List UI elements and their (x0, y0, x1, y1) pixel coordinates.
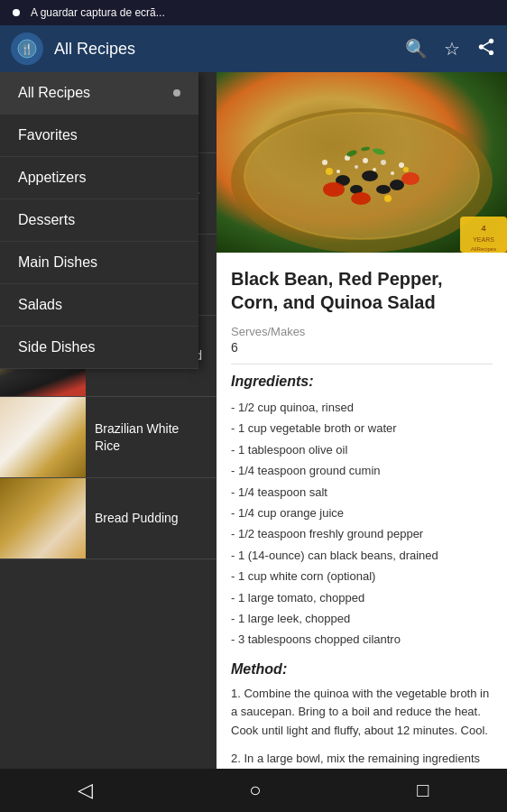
nav-title: All Recipes (54, 40, 394, 59)
method-step-2: 2. In a large bowl, mix the remaining in… (231, 750, 493, 769)
svg-point-11 (381, 160, 386, 165)
menu-item-favorites[interactable]: Favorites (0, 115, 198, 157)
divider (231, 364, 493, 364)
svg-point-5 (322, 160, 327, 165)
ingredients-title: Ingredients: (231, 374, 493, 390)
svg-point-19 (323, 182, 345, 197)
ingredient-line: - 1/2 cup quinoa, rinsed (231, 397, 493, 418)
method-step-1: 1. Combine the quinoa with the vegetable… (231, 685, 493, 741)
list-item[interactable]: Bread Pudding (0, 478, 217, 559)
recipe-hero-image: 4 YEARS AllRecipes (217, 72, 507, 253)
recent-apps-button[interactable]: □ (399, 771, 447, 809)
svg-point-12 (391, 171, 394, 175)
main-content: Strawberries Banana Split Cake Black Bea… (0, 72, 507, 769)
bottom-bar: ◁ ○ □ (0, 769, 507, 812)
serves-value: 6 (231, 340, 493, 355)
ingredient-line: - 1 tablespoon olive oil (231, 439, 493, 460)
nav-bar: 🍴 All Recipes 🔍 ☆ (0, 25, 507, 72)
ingredient-line: - 1 large tomato, chopped (231, 587, 493, 608)
nav-icons: 🔍 ☆ (405, 37, 496, 61)
svg-point-24 (403, 167, 409, 172)
ingredient-line: - 1/4 teaspoon ground cumin (231, 460, 493, 481)
recipe-name: Brazilian White Rice (86, 420, 217, 453)
svg-point-16 (390, 180, 404, 190)
active-dot (173, 89, 180, 97)
svg-point-21 (351, 192, 371, 205)
svg-point-6 (336, 170, 340, 173)
ingredient-line: - 1/4 cup orange juice (231, 503, 493, 523)
svg-point-18 (376, 185, 391, 194)
home-button[interactable]: ○ (231, 771, 279, 809)
svg-point-23 (384, 195, 392, 202)
svg-point-0 (13, 9, 20, 16)
ingredient-line: - 1 large leek, chopped (231, 608, 493, 629)
menu-item-salads[interactable]: Salads (0, 284, 198, 327)
dropdown-menu: All Recipes Favorites Appetizers Dessert… (0, 72, 198, 369)
svg-point-15 (362, 171, 378, 181)
recipe-thumb (0, 397, 86, 478)
serves-label: Serves/Makes (231, 325, 493, 338)
menu-item-desserts[interactable]: Desserts (0, 199, 198, 242)
status-bar: A guardar captura de ecrã... (0, 0, 507, 25)
search-icon[interactable]: 🔍 (405, 38, 428, 60)
ingredient-line: - 1/4 teaspoon salt (231, 482, 493, 503)
recipe-detail-title: Black Bean, Red Pepper, Corn, and Quinoa… (231, 267, 493, 314)
svg-text:AllRecipes: AllRecipes (471, 246, 496, 252)
right-panel: 4 YEARS AllRecipes Black Bean, Red Peppe… (217, 72, 507, 769)
menu-item-all-recipes[interactable]: All Recipes (0, 72, 198, 115)
svg-point-13 (399, 162, 404, 168)
left-panel: Strawberries Banana Split Cake Black Bea… (0, 72, 217, 769)
ingredient-line: - 1/2 teaspoon freshly ground pepper (231, 523, 493, 544)
list-item[interactable]: Brazilian White Rice (0, 397, 217, 478)
svg-point-22 (326, 168, 333, 175)
app-logo[interactable]: 🍴 (11, 32, 43, 65)
svg-point-20 (401, 172, 419, 185)
method-title: Method: (231, 661, 493, 678)
svg-point-8 (355, 165, 358, 169)
back-button[interactable]: ◁ (60, 771, 111, 809)
recipe-detail-content: Black Bean, Red Pepper, Corn, and Quinoa… (217, 253, 507, 769)
recipe-name: Bread Pudding (86, 510, 188, 526)
svg-point-9 (363, 158, 368, 163)
ingredient-line: - 3 tablespoons chopped cilantro (231, 629, 493, 650)
svg-point-10 (373, 168, 376, 171)
menu-item-main-dishes[interactable]: Main Dishes (0, 242, 198, 284)
status-bar-text: A guardar captura de ecrã... (31, 6, 165, 19)
ingredient-line: - 1 cup white corn (optional) (231, 566, 493, 586)
ingredient-line: - 1 (14-ounce) can black beans, drained (231, 545, 493, 566)
menu-item-appetizers[interactable]: Appetizers (0, 157, 198, 199)
svg-text:4: 4 (481, 224, 485, 233)
svg-text:YEARS: YEARS (473, 236, 494, 243)
recipe-thumb (0, 478, 86, 559)
share-icon[interactable] (476, 37, 496, 61)
ingredients-list: - 1/2 cup quinoa, rinsed - 1 cup vegetab… (231, 397, 493, 651)
svg-text:🍴: 🍴 (21, 42, 33, 55)
menu-item-side-dishes[interactable]: Side Dishes (0, 327, 198, 369)
favorite-icon[interactable]: ☆ (444, 38, 460, 60)
ingredient-line: - 1 cup vegetable broth or water (231, 418, 493, 438)
